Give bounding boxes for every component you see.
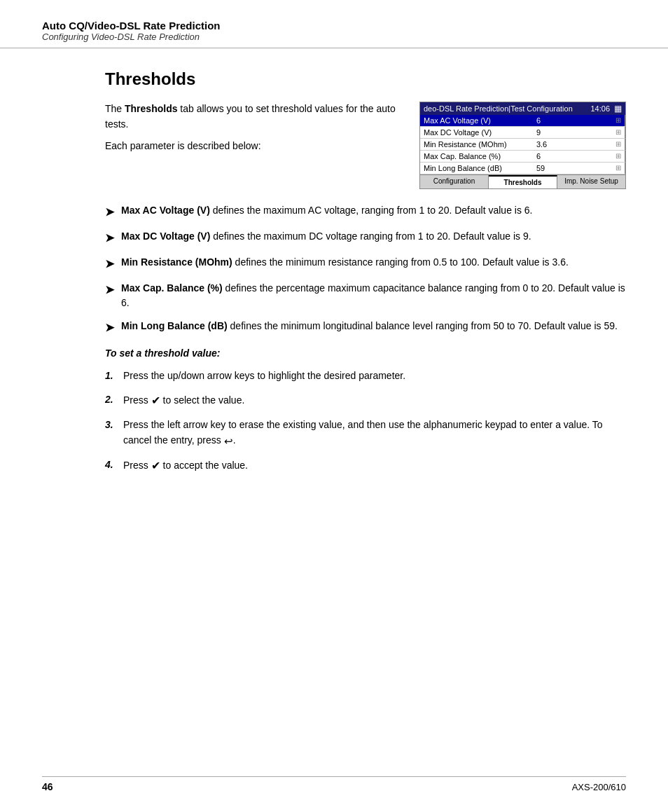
bullet-term: Max AC Voltage (V) [121, 205, 210, 216]
check-icon: ✔ [151, 457, 160, 475]
device-row-value: 3.6⊞ [533, 139, 625, 151]
bullet-text: Min Resistance (MOhm) defines the minimu… [121, 255, 569, 270]
device-screenshot: deo-DSL Rate Prediction|Test Configurati… [419, 102, 626, 189]
device-tab[interactable]: Thresholds [489, 175, 557, 188]
bullet-arrow-icon: ➤ [105, 319, 114, 336]
grid-icon: ⊞ [615, 164, 621, 172]
bullet-item: ➤Min Long Balance (dB) defines the minim… [105, 319, 626, 336]
bullet-term: Min Long Balance (dB) [121, 320, 228, 331]
device-row-value: 6⊞ [533, 151, 625, 163]
header-subtitle: Configuring Video-DSL Rate Prediction [42, 32, 626, 42]
device-row: Max DC Voltage (V)9⊞ [420, 127, 625, 139]
device-row-label: Min Resistance (MOhm) [420, 139, 533, 151]
check-icon: ✔ [151, 392, 160, 410]
device-row: Min Long Balance (dB)59⊞ [420, 163, 625, 174]
device-tab[interactable]: Configuration [420, 175, 489, 188]
bullet-arrow-icon: ➤ [105, 256, 114, 273]
device-row-label: Max AC Voltage (V) [420, 115, 533, 127]
device-row: Max AC Voltage (V)6⊞ [420, 115, 625, 127]
device-header: deo-DSL Rate Prediction|Test Configurati… [420, 102, 625, 115]
bullet-item: ➤Min Resistance (MOhm) defines the minim… [105, 255, 626, 273]
bullet-text: Min Long Balance (dB) defines the minimu… [121, 319, 618, 333]
step-content: Press ✔ to select the value. [123, 392, 626, 410]
device-row-label: Max Cap. Balance (%) [420, 151, 533, 163]
intro-paragraph1: The Thresholds tab allows you to set thr… [105, 102, 403, 132]
bullet-text: Max AC Voltage (V) defines the maximum A… [121, 203, 532, 218]
grid-icon: ⊞ [615, 116, 621, 124]
procedure-title: To set a threshold value: [105, 347, 626, 359]
device-table: Max AC Voltage (V)6⊞Max DC Voltage (V)9⊞… [420, 115, 625, 174]
step-item: 1.Press the up/down arrow keys to highli… [105, 369, 626, 384]
bullet-term: Max DC Voltage (V) [121, 230, 210, 242]
step-number: 4. [105, 457, 123, 473]
doc-reference: AXS-200/610 [572, 782, 626, 792]
bullet-text: Max DC Voltage (V) defines the maximum D… [121, 229, 531, 244]
grid-icon: ⊞ [615, 152, 621, 160]
intro-term: Thresholds [125, 103, 177, 114]
return-icon: ↩ [224, 433, 233, 449]
page-footer: 46 AXS-200/610 [42, 776, 626, 792]
grid-icon: ⊞ [615, 140, 621, 148]
intro-paragraph2: Each parameter is described below: [105, 139, 403, 154]
section-title: Thresholds [105, 69, 626, 89]
device-tab[interactable]: Imp. Noise Setup [557, 175, 625, 188]
device-row-value: 9⊞ [533, 127, 625, 139]
step-item: 4.Press ✔ to accept the value. [105, 457, 626, 475]
grid-icon: ⊞ [615, 128, 621, 136]
device-header-icon: ▦ [614, 104, 622, 113]
page-header: Auto CQ/Video-DSL Rate Prediction Config… [0, 0, 668, 48]
device-footer: ConfigurationThresholdsImp. Noise Setup [420, 174, 625, 188]
bullet-term: Min Resistance (MOhm) [121, 256, 232, 268]
bullet-arrow-icon: ➤ [105, 230, 114, 247]
device-row-value: 6⊞ [533, 115, 625, 127]
step-number: 3. [105, 418, 123, 433]
header-title: Auto CQ/Video-DSL Rate Prediction [42, 20, 626, 32]
device-row: Max Cap. Balance (%)6⊞ [420, 151, 625, 163]
device-row-label: Max DC Voltage (V) [420, 127, 533, 139]
bullet-item: ➤Max DC Voltage (V) defines the maximum … [105, 229, 626, 247]
bullet-arrow-icon: ➤ [105, 204, 114, 221]
intro-text: The Thresholds tab allows you to set thr… [105, 102, 403, 189]
device-header-time: 14:06 [590, 104, 610, 113]
step-number: 1. [105, 369, 123, 384]
device-header-title: deo-DSL Rate Prediction|Test Configurati… [424, 104, 590, 113]
bullet-item: ➤Max Cap. Balance (%) defines the percen… [105, 281, 626, 310]
bullet-term: Max Cap. Balance (%) [121, 282, 223, 294]
device-row: Min Resistance (MOhm)3.6⊞ [420, 139, 625, 151]
bullet-text: Max Cap. Balance (%) defines the percent… [121, 281, 626, 310]
device-row-value: 59⊞ [533, 163, 625, 174]
main-content: Thresholds The Thresholds tab allows you… [0, 69, 668, 475]
page-number: 46 [42, 781, 53, 792]
bullet-arrow-icon: ➤ [105, 282, 114, 298]
step-content: Press the up/down arrow keys to highligh… [123, 369, 626, 384]
step-number: 2. [105, 392, 123, 408]
step-content: Press the left arrow key to erase the ex… [123, 418, 626, 449]
device-row-label: Min Long Balance (dB) [420, 163, 533, 174]
bullet-item: ➤Max AC Voltage (V) defines the maximum … [105, 203, 626, 221]
step-item: 3.Press the left arrow key to erase the … [105, 418, 626, 449]
intro-row: The Thresholds tab allows you to set thr… [105, 102, 626, 189]
steps-list: 1.Press the up/down arrow keys to highli… [105, 369, 626, 475]
step-content: Press ✔ to accept the value. [123, 457, 626, 475]
bullet-list: ➤Max AC Voltage (V) defines the maximum … [105, 203, 626, 336]
step-item: 2.Press ✔ to select the value. [105, 392, 626, 410]
